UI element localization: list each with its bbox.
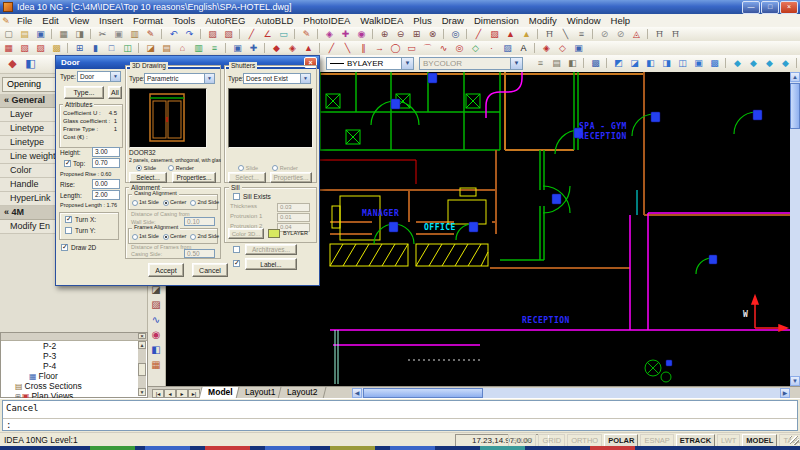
view-back-icon[interactable]: ▣	[691, 57, 706, 69]
open-icon[interactable]: ▤	[17, 28, 32, 40]
scroll-down-icon[interactable]: ▼	[790, 376, 800, 386]
spline-icon[interactable]: ∿	[436, 42, 451, 54]
no-plot-icon[interactable]: ⊘	[597, 28, 612, 40]
menu-window[interactable]: Window	[562, 14, 606, 27]
iso-nw-icon[interactable]: ◆	[778, 57, 793, 69]
view-bottom-icon[interactable]: ◪	[627, 57, 642, 69]
sketch-icon[interactable]: ✎	[299, 28, 314, 40]
menu-autoreg[interactable]: AutoREG	[200, 14, 250, 27]
save-icon[interactable]: ▣	[33, 28, 48, 40]
window-icon[interactable]: ◫	[120, 42, 135, 54]
block-edit-icon[interactable]: ◇	[555, 42, 570, 54]
redo-icon[interactable]: ↷	[182, 28, 197, 40]
sill-input[interactable]: 0.03	[277, 203, 310, 212]
radio-option-1st-side[interactable]: 1st Side	[132, 233, 159, 239]
radio-option-center[interactable]: Center	[163, 199, 187, 205]
canvas-horizontal-scrollbar[interactable]: ◀ ▶	[352, 388, 790, 398]
erase-icon[interactable]: ▭	[276, 28, 291, 40]
slide-radio[interactable]	[136, 165, 142, 171]
maximize-button[interactable]: □	[761, 1, 779, 14]
layers-tool-icon[interactable]: ▦	[148, 358, 164, 372]
autobld-tool-icon[interactable]: ∿	[148, 313, 164, 327]
triangle-warn-icon[interactable]: ▲	[519, 28, 534, 40]
top-input[interactable]: 0.70	[92, 158, 120, 168]
print-preview-icon[interactable]: ◨	[72, 28, 87, 40]
layer-manager-icon[interactable]: ≡	[533, 57, 548, 69]
radio-icon[interactable]	[132, 234, 138, 240]
block-icon[interactable]: ◈	[539, 42, 554, 54]
arc-icon[interactable]: ⌒	[420, 42, 435, 54]
menu-plus[interactable]: Plus	[408, 14, 436, 27]
donut-icon[interactable]: ◎	[452, 42, 467, 54]
turn-y-checkbox[interactable]	[65, 227, 72, 234]
tracking-icon[interactable]: ✚	[338, 28, 353, 40]
grade-icon[interactable]: ≡	[574, 28, 589, 40]
modify-attributes-icon[interactable]: ◆	[4, 56, 21, 70]
menu-photoidea[interactable]: PhotoIDEA	[298, 14, 355, 27]
iso-se-icon[interactable]: ◆	[746, 57, 761, 69]
etransmit-icon[interactable]: ▨	[205, 28, 220, 40]
tree-item-p-3[interactable]: P-3	[1, 351, 147, 361]
draw-2d-checkbox[interactable]	[61, 244, 68, 251]
library-icon[interactable]: ◆	[269, 42, 284, 54]
tree-item-floor[interactable]: ▦Floor	[1, 371, 147, 381]
menu-autobld[interactable]: AutoBLD	[250, 14, 298, 27]
undo-icon[interactable]: ↶	[166, 28, 181, 40]
canvas-vertical-scrollbar[interactable]: ▲ ▼	[790, 72, 800, 386]
zoom-realtime-icon[interactable]: ⊕	[377, 28, 392, 40]
copy-icon[interactable]: ▣	[111, 28, 126, 40]
radio-option-center[interactable]: Center	[163, 233, 187, 239]
hatch-red-icon[interactable]: ▨	[487, 28, 502, 40]
casing-side-input[interactable]: 0.50	[184, 249, 215, 258]
properties-button[interactable]: Properties...	[172, 172, 216, 183]
turn-x-checkbox[interactable]	[65, 216, 72, 223]
chevron-down-icon[interactable]: ▼	[510, 58, 522, 69]
radio-icon[interactable]	[163, 200, 169, 206]
tree-scrollbar[interactable]: ▲ ▼	[138, 341, 146, 396]
menu-tools[interactable]: Tools	[168, 14, 200, 27]
roof-icon[interactable]: ⌂	[175, 42, 190, 54]
chevron-down-icon[interactable]: ▼	[300, 74, 310, 83]
wall-trim-icon[interactable]: ▩	[49, 42, 64, 54]
length-input[interactable]: 2.00	[92, 190, 120, 200]
rise-input[interactable]: 0.00	[92, 179, 120, 189]
scrollbar-thumb[interactable]	[138, 363, 146, 376]
command-prompt[interactable]: :	[3, 419, 797, 431]
publish-icon[interactable]: ▧	[221, 28, 236, 40]
ucs-dialog-icon[interactable]: ◉	[354, 28, 369, 40]
plus-tool-icon[interactable]: ◧	[148, 343, 164, 357]
menu-dimension[interactable]: Dimension	[469, 14, 524, 27]
opening-icon[interactable]: □	[104, 42, 119, 54]
shutters-type-combo[interactable]: Does not Exist▼	[243, 73, 311, 84]
menu-help[interactable]: Help	[606, 14, 636, 27]
menu-insert[interactable]: Insert	[94, 14, 128, 27]
type-button[interactable]: Type...	[64, 86, 104, 99]
no-view-icon[interactable]: ⊘	[613, 28, 628, 40]
attach-icon[interactable]: ▣	[571, 42, 586, 54]
frame-h2-icon[interactable]: Ħ	[668, 28, 683, 40]
menu-file[interactable]: File	[12, 14, 37, 27]
radio-option-1st-side[interactable]: 1st Side	[132, 199, 159, 205]
chevron-down-icon[interactable]: ▼	[401, 58, 413, 69]
minimize-button[interactable]: —	[742, 1, 760, 14]
paste-icon[interactable]: ▥	[127, 28, 142, 40]
wall-icon[interactable]: ▦	[1, 42, 16, 54]
triangle-up-icon[interactable]: ▲	[503, 28, 518, 40]
double-wall-icon[interactable]: ▧	[17, 42, 32, 54]
tab-prev-button[interactable]: ◂	[164, 389, 176, 398]
render-icon[interactable]: ▩	[588, 57, 603, 69]
wall-side-input[interactable]: 0.10	[184, 217, 215, 226]
rectangle-icon[interactable]: ▭	[404, 42, 419, 54]
all-button[interactable]: All	[108, 86, 122, 99]
radio-icon[interactable]	[190, 234, 196, 240]
north-icon[interactable]: ▲	[301, 42, 316, 54]
print-icon[interactable]: ▦	[56, 28, 71, 40]
close-button[interactable]: ×	[780, 1, 798, 14]
zoom-previous-icon[interactable]: ⊖	[393, 28, 408, 40]
linetype-combo[interactable]: BYLAYER ▼	[326, 57, 414, 70]
accept-button[interactable]: Accept	[148, 263, 184, 277]
radio-icon[interactable]	[190, 200, 196, 206]
view-top-icon[interactable]: ◩	[611, 57, 626, 69]
hatch-icon[interactable]: ▨	[500, 42, 515, 54]
layer-prev-icon[interactable]: ◧	[565, 57, 580, 69]
